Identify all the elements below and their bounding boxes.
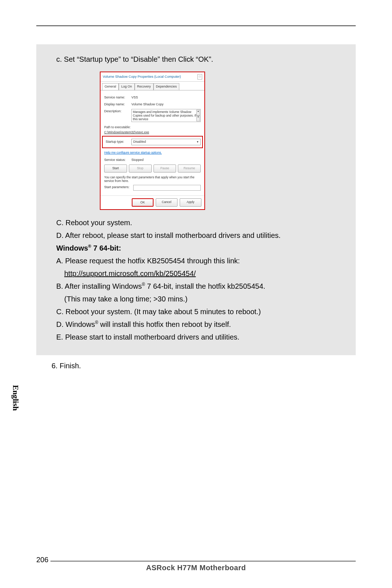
tab-dependencies[interactable]: Dependencies (154, 83, 180, 90)
page-footer: 206 ASRock H77M Motherboard (36, 561, 356, 572)
instruction-box: c. Set “Startup type” to “Disable” then … (36, 44, 356, 355)
startup-type-value: Disabled (133, 139, 146, 145)
registered-icon: ® (142, 282, 145, 287)
step-b2-post: 7 64-bit, install the hotfix kb2505454. (145, 282, 265, 290)
close-icon[interactable]: □ (197, 74, 202, 80)
win7-64bit-heading: Windows® 7 64-bit: (56, 243, 345, 254)
tab-general[interactable]: General (102, 83, 119, 90)
path-value: C:\Windows\system32\vssvc.exe (104, 130, 201, 135)
startup-type-highlight-row: Startup type: Disabled ▼ (102, 136, 203, 148)
display-name-row: Display name: Volume Shadow Copy (104, 102, 201, 107)
tab-logon[interactable]: Log On (119, 83, 135, 90)
cancel-button[interactable]: Cancel (156, 198, 177, 207)
step-b2-note: (This may take a long time; >30 mins.) (56, 293, 345, 305)
description-scroll[interactable]: ▲▼ (196, 110, 200, 122)
path-label: Path to executable: (104, 125, 201, 130)
language-side-label: English (11, 385, 20, 411)
help-link[interactable]: Help me configure service startup option… (104, 150, 201, 155)
description-label: Description: (104, 109, 131, 122)
step-c2: C. Reboot your system. (It may take abou… (56, 306, 345, 317)
display-name-value: Volume Shadow Copy (131, 102, 201, 107)
dialog-tabs: General Log On Recovery Dependencies (101, 82, 204, 90)
start-params-hint: You can specify the start parameters tha… (104, 175, 201, 183)
instruction-c-text: c. Set “Startup type” to “Disable” then … (56, 54, 345, 65)
service-name-label: Service name: (104, 95, 131, 100)
service-status-value: Stopped (131, 158, 201, 163)
step-c1: C. Reboot your system. (56, 217, 345, 228)
start-params-label: Start parameters: (104, 185, 133, 191)
resume-button[interactable]: Resume (178, 165, 201, 172)
step-b2-pre: B. After installing Windows (56, 282, 142, 290)
step-6-finish: 6. Finish. (52, 362, 356, 370)
dialog-body: Service name: VSS Display name: Volume S… (101, 90, 204, 195)
step-d1: D. After reboot, please start to install… (56, 230, 345, 241)
step-b2: B. After installing Windows® 7 64-bit, i… (56, 281, 345, 292)
description-text: Manages and implements Volume Shadow Cop… (133, 110, 196, 121)
stop-button[interactable]: Stop (129, 165, 152, 172)
step-e2: E. Please start to install motherboard d… (56, 332, 345, 343)
page-number: 206 (36, 556, 50, 564)
step-d2-post: will install this hotfix then reboot by … (98, 320, 231, 328)
service-properties-dialog: Volume Shadow Copy Properties (Local Com… (100, 72, 205, 210)
dialog-footer-buttons: OK Cancel Apply (101, 195, 204, 209)
hotfix-link[interactable]: http://support.microsoft.com/kb/2505454/ (64, 269, 196, 277)
top-horizontal-rule (36, 25, 356, 26)
dialog-screenshot-wrapper: Volume Shadow Copy Properties (Local Com… (100, 72, 345, 210)
tab-recovery[interactable]: Recovery (135, 83, 154, 90)
description-row: Description: Manages and implements Volu… (104, 109, 201, 122)
service-status-label: Service status: (104, 158, 131, 163)
step-a2-link-line: http://support.microsoft.com/kb/2505454/ (56, 268, 345, 279)
startup-type-label: Startup type: (104, 139, 131, 145)
apply-button[interactable]: Apply (180, 198, 201, 207)
pause-button[interactable]: Pause (154, 165, 176, 172)
display-name-label: Display name: (104, 102, 131, 107)
footer-title: ASRock H77M Motherboard (36, 564, 356, 572)
step-d2: D. Windows® will install this hotfix the… (56, 319, 345, 330)
startup-type-select[interactable]: Disabled ▼ (131, 139, 201, 145)
document-page: c. Set “Startup type” to “Disable” then … (0, 0, 392, 588)
service-name-value: VSS (131, 95, 201, 100)
registered-icon: ® (95, 320, 98, 325)
service-name-row: Service name: VSS (104, 95, 201, 100)
ok-button[interactable]: OK (132, 198, 154, 207)
chevron-down-icon: ▼ (196, 140, 199, 144)
start-button[interactable]: Start (104, 165, 127, 172)
start-params-input[interactable] (133, 185, 201, 191)
step-a2: A. Please request the hotfix KB2505454 t… (56, 255, 345, 267)
footer-rule (36, 561, 356, 561)
dialog-title-text: Volume Shadow Copy Properties (Local Com… (103, 74, 181, 80)
description-textbox: Manages and implements Volume Shadow Cop… (131, 109, 201, 122)
step-d2-pre: D. Windows (56, 320, 95, 328)
win7-heading-pre: Windows (56, 244, 88, 252)
start-params-row: Start parameters: (104, 185, 201, 191)
service-control-buttons: Start Stop Pause Resume (104, 165, 201, 172)
win7-heading-post: 7 64-bit: (91, 244, 121, 252)
dialog-titlebar: Volume Shadow Copy Properties (Local Com… (101, 72, 204, 82)
service-status-row: Service status: Stopped (104, 158, 201, 163)
